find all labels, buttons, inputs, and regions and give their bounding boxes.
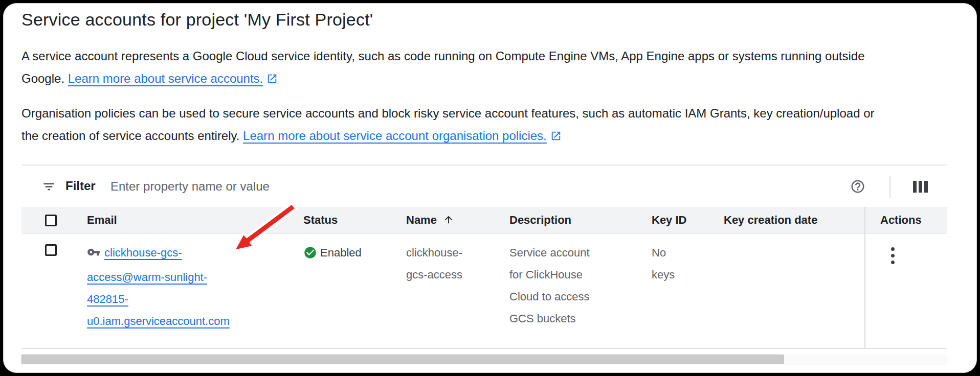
learn-more-org-policies-link[interactable]: Learn more about service account organis… [243,129,547,143]
table-header: Email Status Name Description Key ID Key… [21,207,947,234]
filter-icon[interactable] [42,180,56,196]
status-cell: Enabled [303,242,362,264]
description-cell: Service account for ClickHouse Cloud to … [509,242,635,330]
filter-label[interactable]: Filter [65,179,96,193]
email-cell: clickhouse-gcs- access@warm-sunlight- 48… [87,242,251,332]
column-header-status[interactable]: Status [303,207,338,233]
table-row: clickhouse-gcs- access@warm-sunlight- 48… [21,234,947,349]
more-vert-icon [891,261,895,264]
service-account-email-link[interactable]: clickhouse-gcs- access@warm-sunlight- 48… [87,246,230,327]
actions-column-divider [864,207,865,349]
column-header-key-id[interactable]: Key ID [652,207,686,233]
service-account-key-icon [87,244,101,266]
row-checkbox[interactable] [45,244,57,256]
help-icon[interactable] [850,179,865,194]
scrollbar-thumb[interactable] [21,355,784,364]
more-vert-icon [891,247,895,251]
open-in-new-icon [550,130,562,142]
filter-input[interactable] [110,176,724,197]
key-id-cell: No keys [652,242,708,286]
open-in-new-icon [266,73,278,84]
filter-toolbar: Filter [21,165,947,207]
toolbar-divider [889,176,890,198]
page-title: Service accounts for project 'My First P… [21,10,373,30]
column-header-name-label: Name [406,214,437,226]
column-display-icon[interactable] [913,181,928,193]
column-header-email[interactable]: Email [87,207,117,233]
status-label: Enabled [320,242,362,264]
select-all-checkbox[interactable] [45,215,57,226]
sort-ascending-icon[interactable] [443,208,454,235]
more-vert-icon [891,254,895,257]
horizontal-scrollbar[interactable] [21,355,947,365]
learn-more-service-accounts-link[interactable]: Learn more about service accounts. [68,72,263,85]
column-header-name[interactable]: Name [406,207,454,235]
org-policy-paragraph: Organisation policies can be used to sec… [21,102,886,147]
column-header-description[interactable]: Description [509,207,571,233]
column-header-key-creation-date[interactable]: Key creation date [724,207,817,233]
intro-paragraph: A service account represents a Google Cl… [21,45,886,90]
row-actions-button[interactable] [881,244,904,267]
enabled-check-icon [303,246,317,260]
name-cell: clickhouse- gcs-access [406,242,498,286]
column-header-actions: Actions [880,207,922,233]
service-accounts-panel: Service accounts for project 'My First P… [3,3,977,373]
